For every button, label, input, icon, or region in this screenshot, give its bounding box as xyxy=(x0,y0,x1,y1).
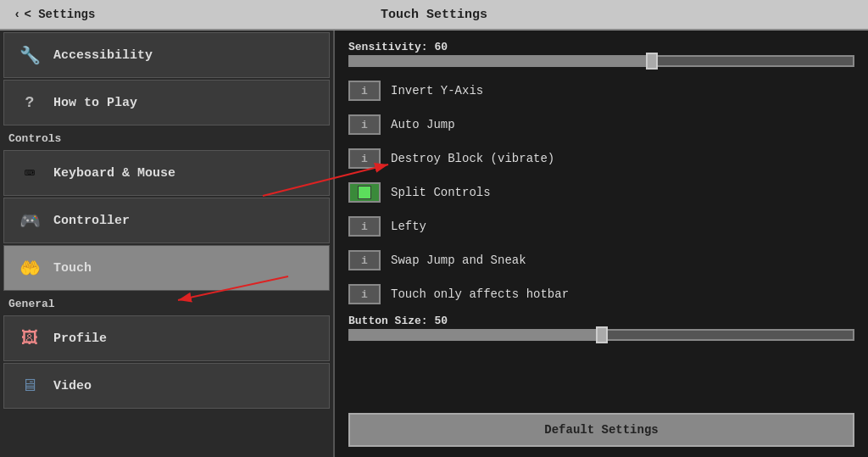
sidebar-item-video[interactable]: 🖥 Video xyxy=(3,363,330,409)
button-size-setting: Button Size: 50 xyxy=(348,315,854,344)
right-panel: Sensitivity: 60 Invert Y-Axis Auto Jump … xyxy=(335,31,868,457)
sidebar-item-how-to-play[interactable]: ? How to Play xyxy=(3,80,330,125)
invert-y-row: Invert Y-Axis xyxy=(348,77,854,104)
lefty-row: Lefty xyxy=(348,213,854,240)
touch-hotbar-label: Touch only affects hotbar xyxy=(391,287,569,301)
sidebar-item-controller[interactable]: 🎮 Controller xyxy=(3,198,330,243)
swap-jump-toggle[interactable] xyxy=(348,250,381,270)
split-controls-toggle[interactable] xyxy=(348,182,381,203)
invert-y-label: Invert Y-Axis xyxy=(391,84,483,98)
keyboard-icon: ⌨ xyxy=(16,159,43,187)
general-section-label: General xyxy=(0,293,333,314)
button-size-label: Button Size: 50 xyxy=(348,315,854,327)
sensitivity-setting: Sensitivity: 60 xyxy=(348,41,854,70)
sidebar-item-label: Accessibility xyxy=(53,48,153,63)
sidebar-item-accessibility[interactable]: 🔧 Accessibility xyxy=(3,32,330,78)
video-icon: 🖥 xyxy=(16,372,43,399)
destroy-block-row: Destroy Block (vibrate) xyxy=(348,145,854,172)
sidebar-item-profile[interactable]: 🖼 Profile xyxy=(3,315,330,361)
split-controls-label: Split Controls xyxy=(391,186,491,199)
auto-jump-label: Auto Jump xyxy=(391,118,455,131)
auto-jump-toggle[interactable] xyxy=(348,114,381,135)
back-label: < Settings xyxy=(24,8,95,21)
default-settings-button[interactable]: Default Settings xyxy=(348,413,854,447)
profile-icon: 🖼 xyxy=(16,325,43,352)
button-size-slider[interactable] xyxy=(348,329,854,341)
swap-jump-row: Swap Jump and Sneak xyxy=(348,247,854,274)
auto-jump-row: Auto Jump xyxy=(348,111,854,138)
invert-y-toggle[interactable] xyxy=(348,81,381,101)
controls-section-label: Controls xyxy=(0,127,333,148)
help-icon: ? xyxy=(16,89,43,116)
sidebar: 🔧 Accessibility ? How to Play Controls ⌨… xyxy=(0,31,335,457)
sidebar-item-keyboard-mouse[interactable]: ⌨ Keyboard & Mouse xyxy=(3,150,330,196)
lefty-toggle[interactable] xyxy=(348,216,381,237)
touch-hotbar-toggle[interactable] xyxy=(348,284,381,304)
sensitivity-slider[interactable] xyxy=(348,55,854,67)
page-title: Touch Settings xyxy=(381,8,487,22)
touch-icon: 🤲 xyxy=(16,254,43,281)
back-button[interactable]: ‹ < Settings xyxy=(0,8,108,21)
sidebar-item-label: How to Play xyxy=(53,96,137,110)
main-layout: 🔧 Accessibility ? How to Play Controls ⌨… xyxy=(0,31,868,457)
sensitivity-label: Sensitivity: 60 xyxy=(348,41,854,53)
sidebar-item-label: Profile xyxy=(53,332,107,346)
destroy-block-toggle[interactable] xyxy=(348,148,381,169)
accessibility-icon: 🔧 xyxy=(16,42,43,69)
sidebar-item-label: Touch xyxy=(53,261,92,276)
sidebar-item-label: Keyboard & Mouse xyxy=(53,166,175,181)
title-bar: ‹ < Settings Touch Settings xyxy=(0,0,868,31)
lefty-label: Lefty xyxy=(391,220,426,233)
destroy-block-label: Destroy Block (vibrate) xyxy=(391,152,554,165)
touch-hotbar-row: Touch only affects hotbar xyxy=(348,281,854,308)
sidebar-item-label: Controller xyxy=(53,214,130,228)
back-icon: ‹ xyxy=(14,8,20,21)
controller-icon: 🎮 xyxy=(16,207,43,234)
sidebar-item-touch[interactable]: 🤲 Touch xyxy=(3,245,330,291)
swap-jump-label: Swap Jump and Sneak xyxy=(391,254,526,267)
sidebar-item-label: Video xyxy=(53,379,92,393)
split-controls-row: Split Controls xyxy=(348,179,854,206)
